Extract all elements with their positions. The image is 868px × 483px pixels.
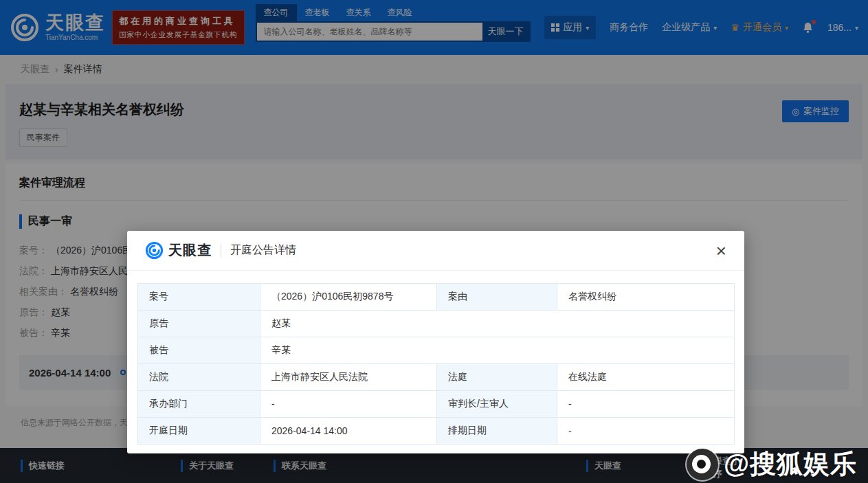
close-icon[interactable]: × xyxy=(716,242,726,260)
table-row: 原告 赵某 xyxy=(138,311,735,337)
cell-value: - xyxy=(260,391,437,418)
weibo-watermark: @搜狐娱乐 xyxy=(687,447,857,482)
modal-tianyancha-logo: 天眼查 xyxy=(145,241,212,260)
cell-label: 被告 xyxy=(138,337,260,364)
cell-value: 赵某 xyxy=(260,311,735,337)
cell-label: 承办部门 xyxy=(138,391,260,418)
table-row: 法院 上海市静安区人民法院 法庭 在线法庭 xyxy=(138,364,735,391)
hearing-detail-modal: 天眼查 开庭公告详情 × 案号 （2026）沪0106民初9878号 案由 名誉… xyxy=(127,231,744,453)
hearing-detail-table: 案号 （2026）沪0106民初9878号 案由 名誉权纠纷 原告 赵某 被告 … xyxy=(137,283,735,445)
sohu-ent-logo-icon xyxy=(687,449,718,480)
cell-label: 排期日期 xyxy=(437,418,557,445)
watermark-text: @搜狐娱乐 xyxy=(724,447,857,482)
table-row: 案号 （2026）沪0106民初9878号 案由 名誉权纠纷 xyxy=(138,284,735,311)
cell-label: 法庭 xyxy=(437,364,557,391)
modal-title-divider xyxy=(221,244,221,258)
cell-label: 案号 xyxy=(138,284,260,311)
cell-value: 2026-04-14 14:00 xyxy=(260,418,437,445)
table-row: 承办部门 - 审判长/主审人 - xyxy=(138,391,735,418)
cell-value: （2026）沪0106民初9878号 xyxy=(260,284,437,311)
table-row: 被告 辛某 xyxy=(138,337,735,364)
hearing-detail-table-wrap: 案号 （2026）沪0106民初9878号 案由 名誉权纠纷 原告 赵某 被告 … xyxy=(127,271,744,445)
modal-title: 开庭公告详情 xyxy=(230,243,296,258)
cell-label: 审判长/主审人 xyxy=(437,391,557,418)
cell-label: 原告 xyxy=(138,311,260,337)
tianyancha-logo-icon xyxy=(145,241,164,260)
modal-logo-text: 天眼查 xyxy=(168,241,212,260)
modal-header: 天眼查 开庭公告详情 × xyxy=(127,231,744,271)
cell-value: - xyxy=(557,391,735,418)
cell-value: 辛某 xyxy=(260,337,735,364)
cell-value: 上海市静安区人民法院 xyxy=(260,364,437,391)
cell-label: 开庭日期 xyxy=(138,418,260,445)
cell-label: 案由 xyxy=(437,284,557,311)
cell-value: - xyxy=(557,418,735,445)
cell-value: 名誉权纠纷 xyxy=(557,284,735,311)
table-row: 开庭日期 2026-04-14 14:00 排期日期 - xyxy=(138,418,735,445)
cell-label: 法院 xyxy=(138,364,260,391)
cell-value: 在线法庭 xyxy=(557,364,735,391)
logo-pupil xyxy=(697,460,706,469)
